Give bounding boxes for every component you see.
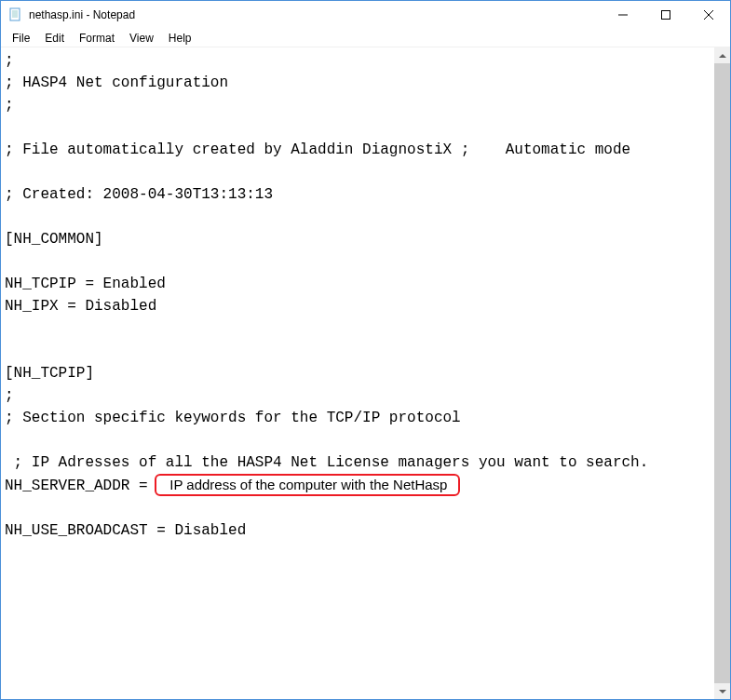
editor-area: ;; HASP4 Net configuration;; File automa…	[1, 47, 730, 699]
text-line: ; HASP4 Net configuration	[5, 72, 711, 94]
text-line: ;	[5, 49, 711, 72]
vertical-scrollbar[interactable]	[714, 47, 730, 699]
text-line	[5, 317, 711, 340]
svg-marker-10	[719, 690, 726, 693]
server-addr-prefix: NH_SERVER_ADDR =	[5, 478, 156, 494]
ip-highlight-annotation: IP address of the computer with the NetH…	[155, 474, 460, 496]
text-editor[interactable]: ;; HASP4 Net configuration;; File automa…	[1, 47, 714, 699]
menu-help[interactable]: Help	[161, 30, 199, 47]
window-title: nethasp.ini - Notepad	[29, 8, 602, 21]
close-button[interactable]	[687, 1, 730, 29]
menu-file[interactable]: File	[5, 30, 37, 47]
menu-edit[interactable]: Edit	[37, 30, 72, 47]
text-line: NH_USE_BROADCAST = Disabled	[5, 519, 711, 542]
window-controls	[602, 1, 730, 29]
titlebar[interactable]: nethasp.ini - Notepad	[1, 1, 730, 29]
menubar: File Edit Format View Help	[1, 29, 730, 47]
scroll-thumb[interactable]	[714, 63, 730, 683]
text-line: ; Section specific keywords for the TCP/…	[5, 407, 711, 429]
server-addr-line: NH_SERVER_ADDR = IP address of the compu…	[5, 474, 711, 497]
text-line: ;	[5, 384, 711, 407]
minimize-button[interactable]	[602, 1, 644, 29]
text-line: NH_TCPIP = Enabled	[5, 273, 711, 295]
text-line: ;	[5, 94, 711, 116]
text-line: [NH_TCPIP]	[5, 362, 711, 384]
text-line: ; File automatically created by Aladdin …	[5, 139, 711, 161]
text-line	[5, 497, 711, 519]
menu-format[interactable]: Format	[72, 30, 122, 47]
text-line	[5, 161, 711, 183]
text-line	[5, 116, 711, 139]
notepad-icon	[8, 7, 23, 22]
text-line	[5, 429, 711, 451]
svg-rect-6	[662, 11, 670, 20]
text-line	[5, 250, 711, 273]
text-line	[5, 206, 711, 228]
svg-marker-9	[719, 54, 726, 58]
text-line	[5, 340, 711, 362]
maximize-button[interactable]	[644, 1, 687, 29]
scroll-track[interactable]	[714, 63, 730, 683]
text-line: ; IP Adresses of all the HASP4 Net Licen…	[5, 451, 711, 474]
menu-view[interactable]: View	[122, 30, 161, 47]
notepad-window: nethasp.ini - Notepad File Edit Format V…	[0, 0, 731, 700]
text-line: [NH_COMMON]	[5, 228, 711, 250]
text-line: NH_IPX = Disabled	[5, 295, 711, 317]
text-line: ; Created: 2008-04-30T13:13:13	[5, 183, 711, 206]
scroll-down-arrow[interactable]	[714, 683, 730, 699]
scroll-up-arrow[interactable]	[714, 47, 730, 63]
